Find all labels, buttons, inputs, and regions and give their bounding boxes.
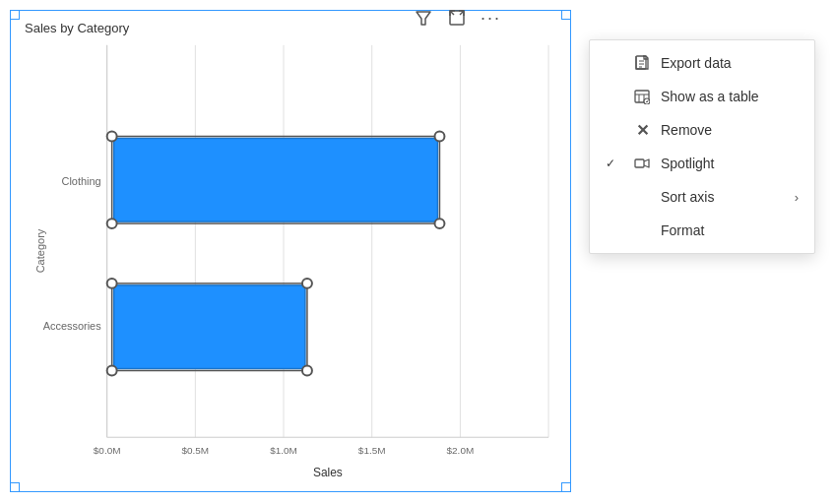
svg-point-19	[302, 366, 312, 376]
svg-text:$0.0M: $0.0M	[94, 445, 121, 456]
svg-text:$1.5M: $1.5M	[358, 445, 386, 456]
format-icon	[633, 221, 651, 239]
svg-text:$0.5M: $0.5M	[182, 445, 210, 456]
menu-label-show-table: Show as a table	[661, 89, 799, 104]
menu-label-remove: Remove	[661, 122, 799, 138]
show-table-icon	[633, 88, 651, 105]
toolbar: ···	[414, 8, 501, 28]
menu-check-format	[606, 223, 621, 238]
svg-text:$1.0M: $1.0M	[270, 445, 297, 456]
svg-rect-8	[114, 138, 438, 221]
menu-check-spotlight: ✓	[606, 157, 621, 170]
svg-point-16	[107, 279, 117, 288]
svg-rect-41	[635, 159, 644, 167]
svg-point-11	[434, 131, 444, 141]
menu-label-export-data: Export data	[661, 55, 799, 71]
menu-check-sort	[606, 190, 621, 205]
more-options-icon[interactable]: ···	[481, 9, 501, 27]
remove-icon: ✕	[633, 121, 651, 139]
menu-item-format[interactable]: Format	[590, 214, 814, 247]
chart-svg: Clothing Accessories $0.0M $0.5M $1.0M $…	[11, 11, 570, 491]
menu-item-show-table[interactable]: Show as a table	[590, 80, 814, 113]
svg-text:Accessories: Accessories	[43, 320, 102, 332]
menu-label-format: Format	[661, 222, 799, 238]
context-menu: Export data Show as a table ✕ Remove ✓	[589, 39, 815, 254]
export-data-icon	[633, 54, 651, 72]
menu-item-sort-axis[interactable]: Sort axis ›	[590, 180, 814, 214]
menu-item-spotlight[interactable]: ✓ Spotlight	[590, 147, 814, 180]
svg-text:$2.0M: $2.0M	[447, 445, 475, 456]
chart-container: Sales by Category Category C	[10, 10, 571, 492]
menu-check-remove	[606, 123, 621, 138]
svg-point-40	[644, 98, 650, 104]
menu-check-export	[606, 56, 621, 71]
spotlight-icon	[633, 155, 651, 172]
svg-point-12	[107, 219, 117, 228]
svg-rect-14	[114, 285, 305, 369]
svg-marker-28	[417, 12, 430, 25]
svg-point-10	[107, 131, 117, 141]
menu-label-sort-axis: Sort axis	[661, 189, 785, 205]
svg-point-18	[107, 366, 117, 376]
sort-axis-arrow: ›	[795, 190, 799, 205]
expand-icon[interactable]	[447, 8, 467, 28]
svg-point-17	[302, 279, 312, 288]
menu-check-table	[606, 90, 621, 104]
menu-item-remove[interactable]: ✕ Remove	[590, 113, 814, 147]
svg-text:Sales: Sales	[313, 466, 343, 479]
svg-text:Clothing: Clothing	[62, 175, 101, 187]
menu-label-spotlight: Spotlight	[661, 156, 799, 171]
sort-axis-icon	[633, 188, 651, 206]
menu-item-export-data[interactable]: Export data	[590, 46, 814, 80]
filter-icon[interactable]	[414, 8, 433, 28]
svg-point-13	[434, 219, 444, 228]
